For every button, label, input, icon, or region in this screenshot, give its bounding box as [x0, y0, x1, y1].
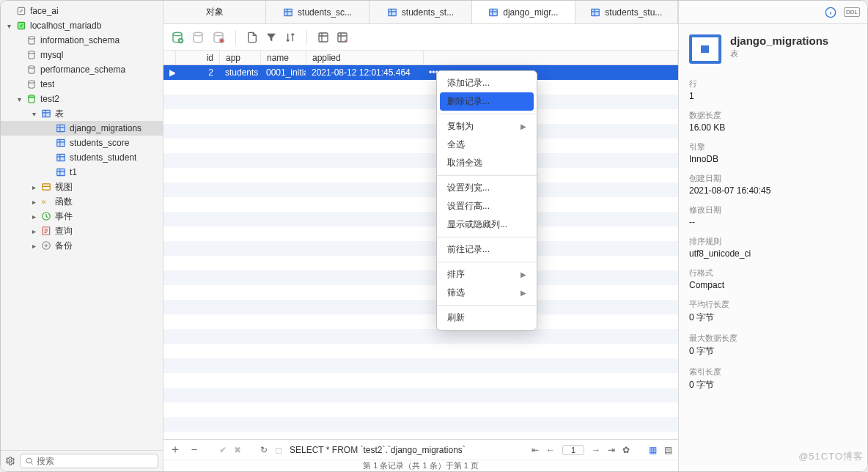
db-icon	[26, 64, 37, 75]
tree-item[interactable]: performance_schema	[1, 62, 163, 77]
info-field: 修改日期--	[689, 204, 857, 227]
tree-item[interactable]: ▸视图	[1, 180, 163, 194]
chevron-icon: ▸	[30, 183, 37, 191]
context-menu-item[interactable]: 设置列宽...	[437, 179, 537, 197]
table-icon	[55, 166, 67, 178]
tree-item[interactable]: ▾表	[1, 106, 163, 121]
tree-item[interactable]: t1	[1, 165, 163, 180]
cancel-icon[interactable]: ✖	[234, 445, 241, 455]
chevron-icon: ▸	[30, 198, 37, 206]
grid-view-icon[interactable]: ▦	[649, 445, 657, 455]
svg-point-6	[29, 95, 34, 98]
info-subtitle: 表	[730, 48, 828, 59]
context-menu-item[interactable]: 删除记录...	[440, 92, 534, 111]
toolbar	[163, 24, 678, 51]
search-input[interactable]	[20, 454, 158, 468]
tree-item[interactable]: django_migrations	[1, 121, 163, 136]
grid-body[interactable]: ▶2students0001_initial2021-08-12 12:01:4…	[163, 65, 678, 439]
tree-item[interactable]: ▸备份	[1, 238, 163, 253]
context-menu-item[interactable]: 刷新	[437, 309, 537, 327]
import-icon[interactable]	[317, 32, 329, 43]
chevron-icon: ▸	[30, 242, 37, 250]
svg-rect-7	[43, 110, 51, 117]
page-settings-icon[interactable]: ✿	[622, 445, 630, 455]
svg-text:fx: fx	[42, 199, 46, 204]
tree-item[interactable]: ▸fx函数	[1, 194, 163, 209]
col-applied[interactable]: applied	[306, 51, 424, 64]
backup-icon	[40, 240, 52, 251]
refresh-icon[interactable]: ↻	[260, 445, 268, 455]
tree-item[interactable]: students_score	[1, 136, 163, 150]
svg-rect-22	[592, 9, 600, 15]
settings-icon[interactable]	[5, 456, 15, 466]
link-icon	[15, 5, 27, 17]
col-name[interactable]: name	[261, 51, 306, 64]
tab[interactable]: 对象	[163, 1, 266, 23]
fx-icon: fx	[40, 196, 52, 207]
tab[interactable]: students_sc...	[266, 1, 369, 23]
table-row-empty	[163, 212, 678, 226]
delete-row-icon[interactable]: －	[188, 442, 200, 457]
last-page-icon[interactable]: ⇥	[608, 445, 615, 455]
svg-point-5	[29, 81, 34, 84]
stop-icon[interactable]: ◻	[275, 445, 282, 455]
context-menu-item[interactable]: 设置行高...	[437, 197, 537, 215]
tree-item[interactable]: ▾test2	[1, 92, 163, 106]
db-green-icon	[26, 93, 37, 105]
info-field: 最大数据长度0 字节	[689, 333, 857, 358]
page-number-input[interactable]	[562, 445, 584, 455]
add-row-icon[interactable]: ＋	[169, 442, 181, 457]
tree-item[interactable]: ▾localhost_mariadb	[1, 18, 163, 33]
tree-item[interactable]: ▸查询	[1, 224, 163, 238]
info-title: django_migrations	[730, 34, 828, 47]
col-app[interactable]: app	[220, 51, 261, 64]
tree-item[interactable]: face_ai	[1, 4, 163, 18]
table-row-empty	[163, 124, 678, 139]
ddl-icon[interactable]: DDL	[844, 7, 860, 17]
tree-item[interactable]: ▸事件	[1, 209, 163, 224]
db-tree[interactable]: face_ai▾localhost_mariadbinformation_sch…	[1, 1, 163, 450]
commit-icon[interactable]	[191, 31, 205, 44]
context-menu-item[interactable]: 筛选▶	[437, 284, 537, 302]
chevron-icon: ▸	[30, 227, 37, 235]
db-icon	[26, 49, 37, 61]
status-bar: ＋ － ✔ ✖ ↻ ◻ SELECT * FROM `test2`.`djang…	[163, 439, 678, 460]
apply-icon[interactable]: ✔	[219, 445, 227, 455]
col-id[interactable]: id	[176, 51, 220, 64]
text-mode-icon[interactable]	[246, 32, 258, 43]
tab[interactable]: students_stu...	[575, 1, 678, 23]
context-menu-item[interactable]: 复制为▶	[437, 117, 537, 136]
prev-page-icon[interactable]: ←	[546, 445, 555, 455]
table-icon	[283, 7, 293, 18]
next-page-icon[interactable]: →	[592, 445, 600, 455]
table-icon	[590, 7, 600, 18]
tab[interactable]: django_migr...	[472, 1, 575, 23]
context-menu-item[interactable]: 全选	[437, 136, 537, 154]
table-icon	[488, 7, 499, 18]
context-menu-item[interactable]: 前往记录...	[437, 240, 537, 259]
table-row-empty	[163, 285, 678, 300]
context-menu-item[interactable]: 添加记录...	[437, 74, 537, 92]
begin-transaction-icon[interactable]	[171, 31, 184, 44]
tree-item[interactable]: students_student	[1, 150, 163, 165]
svg-point-25	[194, 32, 202, 36]
sort-icon[interactable]	[284, 32, 296, 43]
export-icon[interactable]	[336, 32, 348, 43]
tree-item[interactable]: mysql	[1, 48, 163, 62]
table-row[interactable]: ▶2students0001_initial2021-08-12 12:01:4…	[163, 65, 678, 80]
first-page-icon[interactable]: ⇤	[532, 445, 539, 455]
record-count: 第 1 条记录（共 1 条）于第 1 页	[163, 460, 678, 471]
table-icon	[55, 152, 67, 163]
form-view-icon[interactable]: ▤	[664, 445, 672, 455]
tree-item[interactable]: test	[1, 77, 163, 92]
table-icon	[55, 137, 67, 149]
tab[interactable]: students_st...	[369, 1, 472, 23]
context-menu-item[interactable]: 排序▶	[437, 265, 537, 284]
rollback-icon[interactable]	[212, 31, 225, 44]
filter-icon[interactable]	[265, 32, 277, 43]
context-menu-item[interactable]: 显示或隐藏列...	[437, 215, 537, 234]
link-green-icon	[15, 20, 27, 32]
tree-item[interactable]: information_schema	[1, 33, 163, 48]
context-menu-item[interactable]: 取消全选	[437, 154, 537, 172]
info-icon[interactable]	[825, 7, 836, 18]
